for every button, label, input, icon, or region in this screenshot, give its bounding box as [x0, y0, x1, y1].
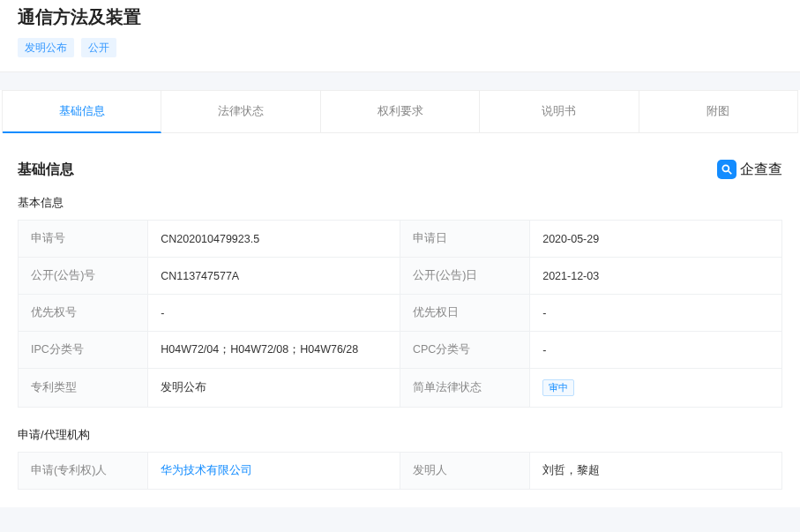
cell-label: IPC分类号 [19, 332, 148, 369]
brand-label: 企查查 [740, 161, 782, 179]
cell-value: - [530, 295, 782, 332]
tab-drawings[interactable]: 附图 [639, 91, 797, 132]
cell-label: 简单法律状态 [400, 369, 529, 408]
applicant-link[interactable]: 华为技术有限公司 [161, 464, 252, 476]
page-header: 通信方法及装置 发明公布 公开 [0, 0, 800, 72]
table-row: 专利类型 发明公布 简单法律状态 审中 [19, 369, 782, 408]
section-basic-info: 基础信息 企查查 基本信息 申请号 CN202010479923.5 申请日 2… [0, 133, 800, 507]
cell-label: 优先权号 [19, 295, 148, 332]
basic-info-table: 申请号 CN202010479923.5 申请日 2020-05-29 公开(公… [18, 220, 782, 408]
tag-row: 发明公布 公开 [18, 38, 782, 57]
cell-label: 申请号 [19, 221, 148, 258]
table-row: IPC分类号 H04W72/04；H04W72/08；H04W76/28 CPC… [19, 332, 782, 369]
cell-label: CPC分类号 [400, 332, 529, 369]
cell-label: 专利类型 [19, 369, 148, 408]
cell-label: 公开(公告)日 [400, 258, 529, 295]
cell-value-status: 审中 [530, 369, 782, 408]
cell-label: 优先权日 [400, 295, 529, 332]
brand: 企查查 [717, 160, 782, 179]
page-title: 通信方法及装置 [18, 5, 782, 29]
tab-claims[interactable]: 权利要求 [321, 91, 480, 132]
cell-value: - [530, 332, 782, 369]
sub-title-basic: 基本信息 [18, 195, 782, 211]
tab-legal-status[interactable]: 法律状态 [161, 91, 320, 132]
section-header-row: 基础信息 企查查 [18, 160, 782, 179]
cell-value: 刘哲，黎超 [530, 453, 782, 490]
tag-status: 公开 [81, 38, 116, 57]
cell-value: 2021-12-03 [530, 258, 782, 295]
tab-basic-info[interactable]: 基础信息 [3, 91, 161, 133]
svg-point-0 [722, 165, 729, 171]
cell-label: 发明人 [400, 453, 529, 490]
tag-publication-type: 发明公布 [18, 38, 74, 57]
cell-value: CN202010479923.5 [148, 221, 400, 258]
section-title: 基础信息 [18, 161, 74, 179]
table-row: 公开(公告)号 CN113747577A 公开(公告)日 2021-12-03 [19, 258, 782, 295]
table-row: 申请号 CN202010479923.5 申请日 2020-05-29 [19, 221, 782, 258]
table-row: 优先权号 - 优先权日 - [19, 295, 782, 332]
brand-icon [717, 160, 736, 179]
cell-label: 申请(专利权)人 [19, 453, 148, 490]
tabs-container: 基础信息 法律状态 权利要求 说明书 附图 [0, 90, 800, 133]
sub-title-agency: 申请/代理机构 [18, 427, 782, 443]
cell-value: - [148, 295, 400, 332]
cell-label: 申请日 [400, 221, 529, 258]
status-badge: 审中 [542, 379, 574, 396]
spacer [0, 72, 800, 90]
cell-value: 2020-05-29 [530, 221, 782, 258]
cell-value: 发明公布 [148, 369, 400, 408]
svg-line-1 [729, 171, 732, 175]
tab-description[interactable]: 说明书 [480, 91, 639, 132]
agency-table: 申请(专利权)人 华为技术有限公司 发明人 刘哲，黎超 [18, 452, 782, 490]
cell-value: CN113747577A [148, 258, 400, 295]
table-row: 申请(专利权)人 华为技术有限公司 发明人 刘哲，黎超 [19, 453, 782, 490]
tabs: 基础信息 法律状态 权利要求 说明书 附图 [2, 90, 798, 133]
cell-value: H04W72/04；H04W72/08；H04W76/28 [148, 332, 400, 369]
cell-value-applicant: 华为技术有限公司 [148, 453, 400, 490]
cell-label: 公开(公告)号 [19, 258, 148, 295]
